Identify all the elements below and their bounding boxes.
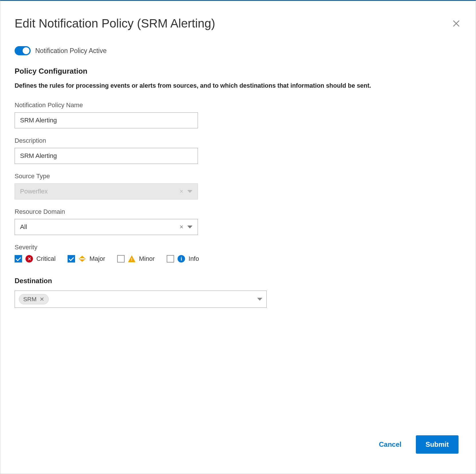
source-type-select: Powerflex ×: [15, 183, 198, 199]
chevron-down-icon[interactable]: [187, 226, 192, 228]
resource-domain-value: All: [20, 223, 27, 231]
description-input[interactable]: [15, 148, 198, 164]
severity-label: Severity: [15, 244, 461, 251]
severity-major-checkbox[interactable]: [68, 255, 75, 263]
chevron-down-icon[interactable]: [257, 298, 262, 301]
resource-domain-clear-icon[interactable]: ×: [180, 223, 183, 231]
destination-chip-label: SRM: [23, 296, 37, 303]
policy-name-field: Notification Policy Name: [15, 101, 461, 128]
severity-major: Major: [68, 255, 105, 263]
severity-minor-checkbox[interactable]: [117, 255, 125, 263]
svg-rect-1: [80, 258, 85, 259]
severity-row: Critical Major Minor In: [15, 255, 461, 263]
severity-info-label: Info: [188, 255, 199, 263]
destination-chip-srm: SRM ✕: [19, 294, 49, 304]
severity-critical: Critical: [15, 255, 56, 263]
chevron-down-icon: [187, 190, 192, 193]
cancel-button[interactable]: Cancel: [373, 436, 407, 453]
modal-footer: Cancel Submit: [15, 430, 461, 462]
policy-active-label: Notification Policy Active: [35, 47, 107, 55]
policy-active-row: Notification Policy Active: [15, 46, 461, 55]
description-label: Description: [15, 137, 461, 144]
source-type-label: Source Type: [15, 173, 461, 180]
minor-icon: [128, 255, 135, 262]
policy-config-desc: Defines the rules for processing events …: [15, 81, 461, 90]
source-type-value: Powerflex: [20, 188, 48, 195]
description-field: Description: [15, 137, 461, 164]
edit-notification-policy-modal: Edit Notification Policy (SRM Alerting) …: [0, 1, 476, 474]
severity-info: Info: [167, 255, 199, 263]
source-type-field: Source Type Powerflex ×: [15, 173, 461, 199]
resource-domain-controls: ×: [180, 223, 192, 231]
severity-field: Severity Critical Major M: [15, 244, 461, 263]
policy-name-input[interactable]: [15, 112, 198, 128]
severity-info-checkbox[interactable]: [167, 255, 174, 263]
severity-critical-label: Critical: [36, 255, 56, 263]
destination-title: Destination: [15, 277, 461, 285]
info-icon: [178, 255, 185, 263]
modal-content: Notification Policy Active Policy Config…: [15, 30, 461, 430]
severity-minor: Minor: [117, 255, 155, 263]
severity-major-label: Major: [89, 255, 105, 263]
critical-icon: [25, 255, 33, 263]
close-icon: [452, 19, 460, 28]
destination-chip-remove-icon[interactable]: ✕: [40, 296, 44, 303]
major-icon: [78, 255, 86, 263]
resource-domain-label: Resource Domain: [15, 208, 461, 216]
severity-critical-checkbox[interactable]: [15, 255, 22, 263]
modal-title: Edit Notification Policy (SRM Alerting): [15, 17, 215, 30]
resource-domain-select[interactable]: All ×: [15, 219, 198, 235]
severity-minor-label: Minor: [139, 255, 155, 263]
policy-name-label: Notification Policy Name: [15, 101, 461, 109]
source-type-clear-icon: ×: [180, 188, 183, 195]
close-button[interactable]: [451, 18, 461, 29]
policy-active-toggle[interactable]: [15, 46, 31, 55]
resource-domain-field: Resource Domain All ×: [15, 208, 461, 235]
destination-select[interactable]: SRM ✕: [15, 291, 267, 308]
submit-button[interactable]: Submit: [416, 435, 459, 454]
source-type-controls: ×: [180, 188, 192, 195]
policy-config-title: Policy Configuration: [15, 67, 461, 76]
modal-header: Edit Notification Policy (SRM Alerting): [15, 17, 461, 30]
